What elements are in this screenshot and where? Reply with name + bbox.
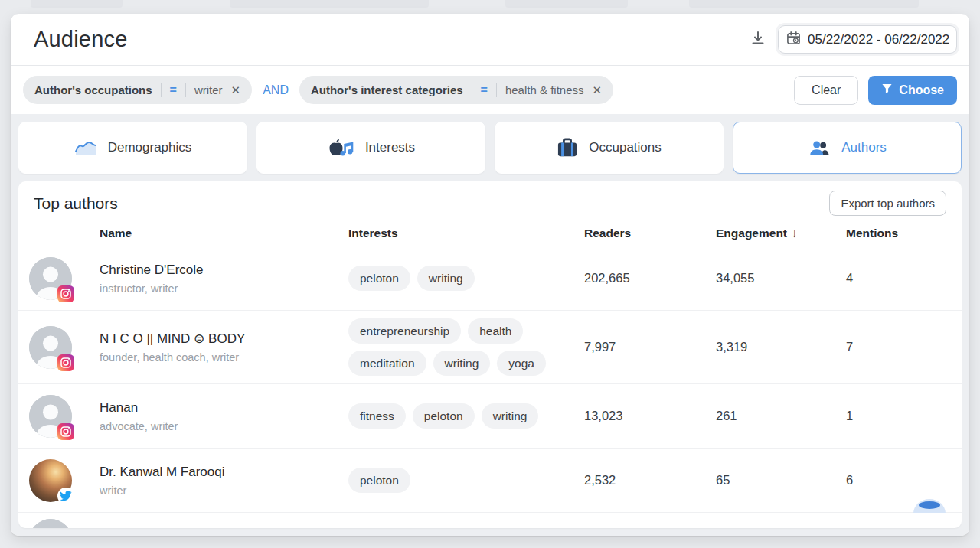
interest-tag: peloton — [348, 266, 410, 291]
area-chart-icon — [74, 139, 97, 156]
interest-tags: fitnesspelotonwriting — [348, 396, 584, 436]
tab-label: Authors — [841, 140, 887, 155]
interest-tag: health — [468, 318, 523, 344]
apple-music-icon — [327, 138, 354, 158]
remove-filter-icon[interactable]: ✕ — [231, 84, 241, 96]
twitter-badge-icon — [57, 488, 74, 504]
avatar — [29, 395, 72, 438]
interest-tag: writing — [482, 403, 539, 429]
interest-tag: peloton — [348, 468, 410, 493]
filter-conditions: Author's occupations = writer ✕ AND Auth… — [23, 76, 613, 104]
column-name[interactable]: Name — [100, 227, 348, 240]
tab-authors[interactable]: Authors — [733, 122, 962, 174]
column-readers[interactable]: Readers — [584, 227, 716, 240]
people-icon — [808, 139, 831, 157]
tab-label: Interests — [365, 140, 415, 155]
author-name: Dr. Kanwal M Farooqi — [100, 465, 348, 480]
readers-value: 202,665 — [584, 271, 716, 285]
tab-label: Occupations — [589, 140, 662, 155]
page-title: Audience — [34, 27, 128, 52]
author-occupations: writer — [100, 484, 348, 497]
author-occupations: founder, health coach, writer — [100, 351, 348, 364]
panel-header: Audience 05/22/2022 - 06/22/2022 — [11, 14, 969, 65]
tab-label: Demographics — [108, 140, 192, 155]
engagement-value: 34,055 — [716, 271, 846, 285]
table-header-row: Name Interests Readers Engagement↓ Menti… — [18, 220, 962, 246]
table-row[interactable]: Dr. Kanwal M Farooqi writer peloton 2,53… — [18, 449, 962, 513]
chat-widget[interactable] — [913, 499, 946, 513]
remove-filter-icon[interactable]: ✕ — [592, 84, 602, 96]
table-row[interactable]: Christine D'Ercole instructor, writer pe… — [18, 246, 962, 311]
tab-bar: Demographics Interests Occupations Autho… — [18, 122, 962, 174]
download-button[interactable] — [750, 31, 766, 48]
engagement-value: 261 — [716, 409, 846, 423]
author-occupations: advocate, writer — [100, 420, 348, 432]
top-authors-card: Top authors Export top authors Name Inte… — [18, 181, 962, 528]
author-occupations: instructor, writer — [100, 282, 348, 295]
interest-tag: writing — [433, 351, 491, 376]
readers-value: 7,997 — [584, 340, 716, 354]
interest-tag: yoga — [497, 351, 546, 376]
interest-tag: entrepreneurship — [348, 318, 461, 344]
tab-demographics[interactable]: Demographics — [18, 122, 247, 174]
briefcase-icon — [557, 138, 578, 158]
clear-button[interactable]: Clear — [794, 76, 858, 105]
funnel-icon — [881, 83, 893, 97]
background-blur — [689, 0, 919, 8]
avatar — [29, 257, 72, 300]
filter-condition-pill[interactable]: Author's interest categories = health & … — [299, 76, 613, 104]
filter-operator: = — [170, 83, 177, 97]
table-row-partial — [18, 513, 962, 528]
avatar — [29, 459, 72, 502]
author-name: Hanan — [100, 400, 348, 416]
interest-tag: meditation — [348, 351, 426, 376]
date-range-value: 05/22/2022 - 06/22/2022 — [808, 32, 949, 47]
author-name: Christine D'Ercole — [100, 263, 348, 278]
engagement-value: 3,319 — [716, 340, 846, 354]
table-body: Christine D'Ercole instructor, writer pe… — [18, 246, 962, 528]
section-title: Top authors — [34, 194, 118, 213]
mentions-value: 1 — [846, 409, 962, 423]
interest-tags: pelotonwriting — [348, 258, 584, 298]
calendar-icon — [786, 31, 801, 49]
choose-button-label: Choose — [899, 83, 944, 97]
instagram-badge-icon — [57, 285, 74, 302]
background-blur — [31, 0, 122, 8]
export-top-authors-button[interactable]: Export top authors — [829, 191, 946, 216]
content-area: Demographics Interests Occupations Autho… — [11, 114, 969, 536]
instagram-badge-icon — [57, 423, 74, 440]
filter-field-label: Author's interest categories — [311, 83, 463, 96]
date-range-picker[interactable]: 05/22/2022 - 06/22/2022 — [778, 25, 957, 54]
mentions-value: 7 — [846, 340, 962, 354]
table-row[interactable]: N I C O || MIND ⊜ BODY founder, health c… — [18, 311, 962, 384]
filter-value: writer — [194, 83, 223, 96]
mentions-value: 6 — [846, 473, 962, 488]
avatar — [29, 326, 72, 369]
tab-interests[interactable]: Interests — [256, 122, 485, 174]
column-engagement[interactable]: Engagement↓ — [716, 227, 846, 240]
tab-occupations[interactable]: Occupations — [495, 122, 724, 174]
interest-tags: peloton — [348, 460, 584, 501]
avatar — [29, 519, 72, 528]
choose-button[interactable]: Choose — [868, 76, 957, 105]
column-mentions[interactable]: Mentions — [846, 227, 962, 240]
sort-desc-icon: ↓ — [792, 227, 798, 240]
filter-field-label: Author's occupations — [34, 83, 152, 96]
background-blur — [230, 0, 429, 8]
filter-bar: Author's occupations = writer ✕ AND Auth… — [11, 65, 969, 114]
filter-operator: = — [481, 83, 488, 97]
filter-value: health & fitness — [505, 83, 584, 96]
column-interests[interactable]: Interests — [348, 227, 584, 240]
filter-conjunction: AND — [263, 83, 289, 97]
filter-condition-pill[interactable]: Author's occupations = writer ✕ — [23, 76, 252, 104]
engagement-value: 65 — [716, 473, 846, 488]
interest-tag: writing — [417, 266, 475, 291]
mentions-value: 4 — [846, 271, 962, 285]
readers-value: 2,532 — [584, 473, 716, 488]
interest-tags: entrepreneurshiphealthmeditationwritingy… — [348, 311, 584, 383]
instagram-badge-icon — [57, 354, 74, 371]
table-row[interactable]: Hanan advocate, writer fitnesspelotonwri… — [18, 384, 962, 449]
interest-tag: peloton — [413, 403, 475, 429]
background-blur — [505, 0, 628, 8]
download-icon — [750, 31, 766, 48]
